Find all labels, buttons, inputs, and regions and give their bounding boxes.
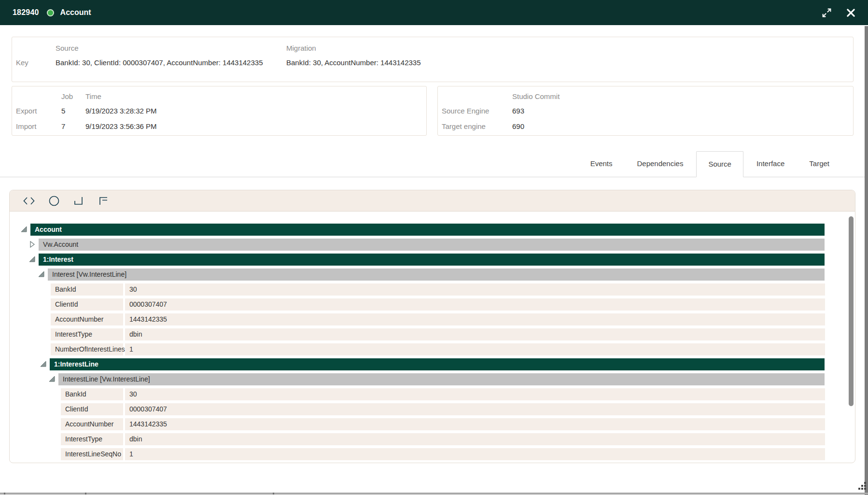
field-value[interactable]: 1443142335 [125,313,825,325]
expand-arrow-icon[interactable] [39,360,48,368]
corner-bottom-right-icon[interactable] [73,195,84,207]
field-value[interactable]: 1 [125,343,825,355]
tree-vertical-scrollbar[interactable] [849,216,854,406]
source-tree-panel: AccountVw.Account1:InterestInterest [Vw.… [9,190,855,463]
column-header-time: Time [85,92,426,107]
field-value[interactable]: 0000307407 [125,298,825,311]
titlebar: 182940 Account [0,0,868,25]
tree-node-label[interactable]: Interest [Vw.InterestLine] [48,269,825,281]
tab-source[interactable]: Source [696,151,743,177]
status-dot-icon [47,9,54,16]
circle-icon[interactable] [48,195,60,207]
field-name[interactable]: InterestType [51,328,123,340]
export-time-value: 9/19/2023 3:28:32 PM [85,107,426,122]
tree-field-row: InterestLineSeqNo1 [10,448,855,460]
tree-node-row: Vw.Account [10,239,855,251]
tree-toolbar [10,190,855,212]
tree-node-row: Interest [Vw.InterestLine] [10,269,855,281]
tree-node-row: InterestLine [Vw.InterestLine] [10,373,855,385]
tree-node-label[interactable]: InterestLine [Vw.InterestLine] [58,373,825,385]
field-name[interactable]: AccountNumber [51,313,123,325]
tree-node-label[interactable]: Vw.Account [39,239,825,251]
tree-field-row: AccountNumber1443142335 [10,313,855,325]
tree-field-row: InterestTypedbin [10,328,855,340]
corner-top-left-icon[interactable] [98,195,109,207]
tab-events[interactable]: Events [579,151,624,177]
tree-node-label[interactable]: Account [30,224,825,236]
column-header-job: Job [61,92,85,107]
import-time-value: 9/19/2023 3:56:36 PM [85,122,426,138]
close-icon[interactable] [846,8,855,17]
field-value[interactable]: dbin [125,328,825,340]
tree-field-row: BankId30 [10,388,855,400]
field-value[interactable]: 1443142335 [125,418,825,430]
tree-field-row: BankId30 [10,283,855,296]
tab-dependencies[interactable]: Dependencies [625,151,695,177]
import-row-label: Import [16,122,61,138]
source-engine-label: Source Engine [442,107,512,122]
key-migration-value: BankId: 30, AccountNumber: 1443142335 [286,58,853,82]
window-horizontal-scrollbar[interactable] [0,493,868,495]
resize-grip[interactable] [858,482,866,490]
collapse-arrow-icon[interactable] [28,240,37,249]
window-title: Account [60,8,91,17]
column-header-source: Source [56,44,286,58]
field-name[interactable]: NumberOfInterestLines [51,343,123,355]
tree-field-row: InterestTypedbin [10,433,855,445]
tree-node-row: Account [10,224,855,236]
export-row-label: Export [16,107,61,122]
tree-field-row: ClientId0000307407 [10,298,855,311]
field-name[interactable]: BankId [61,388,123,400]
field-name[interactable]: ClientId [51,298,123,311]
source-engine-value: 693 [512,107,853,122]
field-value[interactable]: 1 [125,448,825,460]
record-id: 182940 [13,8,39,17]
field-name[interactable]: BankId [51,283,123,296]
target-engine-value: 690 [512,122,853,138]
tree-node-label[interactable]: 1:InterestLine [50,358,825,370]
key-source-value: BankId: 30, ClientId: 0000307407, Accoun… [56,58,286,82]
field-value[interactable]: 30 [125,283,825,296]
export-job-value: 5 [61,107,85,122]
expand-icon[interactable] [822,8,832,18]
expand-arrow-icon[interactable] [20,225,28,234]
tab-target[interactable]: Target [798,151,841,177]
tree-node-row: 1:Interest [10,254,855,266]
field-value[interactable]: 0000307407 [125,403,825,415]
field-value[interactable]: dbin [125,433,825,445]
key-row-label: Key [16,58,56,82]
tab-strip: EventsDependenciesSourceInterfaceTarget [0,151,865,177]
import-job-value: 7 [61,122,85,138]
target-engine-label: Target engine [442,122,512,138]
field-name[interactable]: InterestType [61,433,123,445]
code-icon[interactable] [23,195,35,207]
expand-arrow-icon[interactable] [48,375,56,383]
window-vertical-scrollbar[interactable] [865,26,868,495]
tree-field-row: NumberOfInterestLines1 [10,343,855,355]
studio-commit-panel: Studio Commit Source Engine 693 Target e… [437,86,854,136]
titlebar-actions [822,8,855,18]
expand-arrow-icon[interactable] [28,255,37,264]
field-name[interactable]: InterestLineSeqNo [61,448,123,460]
expand-arrow-icon[interactable] [37,270,46,279]
tree-field-row: ClientId0000307407 [10,403,855,415]
tree-field-row: AccountNumber1443142335 [10,418,855,430]
column-header-studio-commit: Studio Commit [512,92,853,107]
tree: AccountVw.Account1:InterestInterest [Vw.… [10,212,855,460]
field-name[interactable]: ClientId [61,403,123,415]
jobs-panel: Job Time Export 5 9/19/2023 3:28:32 PM I… [12,86,427,136]
field-value[interactable]: 30 [125,388,825,400]
tree-node-row: 1:InterestLine [10,358,855,370]
field-name[interactable]: AccountNumber [61,418,123,430]
tab-interface[interactable]: Interface [745,151,796,177]
column-header-migration: Migration [286,44,853,58]
key-panel: Source Migration Key BankId: 30, ClientI… [12,37,854,82]
tree-node-label[interactable]: 1:Interest [39,254,825,266]
